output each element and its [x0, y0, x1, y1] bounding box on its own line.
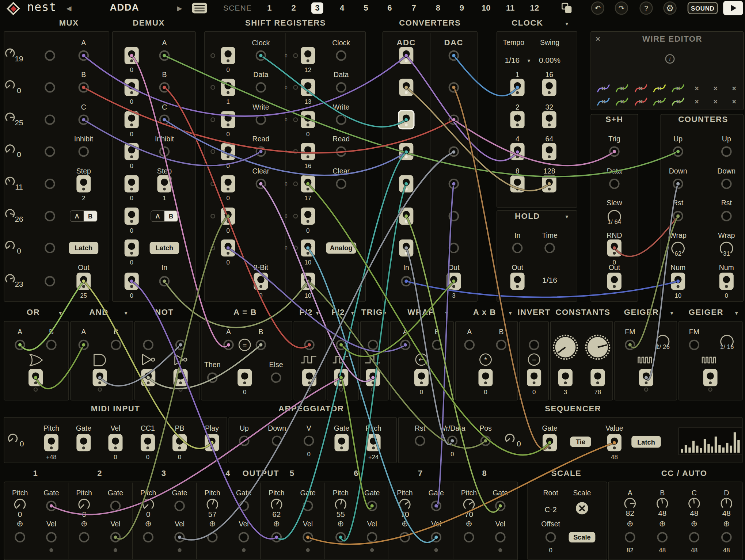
demux-output-port-1[interactable]	[125, 47, 139, 64]
arp-v-port[interactable]	[304, 435, 314, 446]
module-dropdown[interactable]: ▼	[350, 311, 355, 316]
adc-in-port[interactable]	[401, 276, 412, 287]
demux-output-port-8[interactable]	[125, 273, 139, 290]
seq-tie-button[interactable]: Tie	[570, 437, 591, 447]
out2-pitch-cv-port[interactable]	[79, 532, 90, 542]
demux-a-port[interactable]	[159, 50, 170, 61]
ab-option-a[interactable]: A	[70, 211, 83, 221]
mux-c-port[interactable]	[79, 114, 89, 125]
scene-tab-2[interactable]: 2	[288, 3, 300, 14]
redo-button[interactable]: ↷	[615, 1, 628, 15]
module-dropdown[interactable]: ▼	[58, 311, 63, 316]
mux-input-knob-6[interactable]	[4, 207, 16, 220]
counter1-num-port[interactable]	[671, 273, 685, 290]
mux-input-port-1[interactable]	[45, 50, 55, 61]
sr-analog-button[interactable]: Analog	[326, 242, 356, 254]
out8-pitch-knob[interactable]	[462, 497, 476, 511]
dac-port-4[interactable]	[449, 146, 459, 157]
sr-right-clear-port[interactable]	[336, 179, 346, 189]
axb-a-port[interactable]	[464, 340, 475, 350]
preset-next-icon[interactable]: ▶	[177, 4, 182, 12]
mux-latch-button[interactable]: Latch	[69, 242, 99, 254]
trig-out-port[interactable]	[366, 369, 380, 386]
adc-port-1[interactable]	[399, 47, 413, 64]
scene-tab-8[interactable]: 8	[432, 3, 444, 14]
arp-down-port[interactable]	[272, 435, 282, 446]
sr-left-out-port-4[interactable]	[221, 143, 235, 160]
sr-left-out-port-5[interactable]	[221, 175, 235, 193]
wrap-b-port[interactable]	[432, 340, 442, 350]
wrap-out-port[interactable]	[414, 369, 429, 386]
mux-a-port[interactable]	[79, 50, 89, 61]
sr-right-data-port[interactable]	[336, 82, 346, 93]
scene-tab-1[interactable]: 1	[263, 3, 275, 14]
wire-delete-button[interactable]: ×	[620, 98, 624, 106]
hold-dropdown[interactable]: ▼	[565, 214, 569, 219]
or-b-port[interactable]	[46, 340, 57, 350]
cc-b-knob[interactable]	[655, 496, 669, 511]
dac-port-7[interactable]	[449, 243, 459, 253]
out2-gate-port[interactable]	[110, 501, 121, 511]
wire-delete-button[interactable]: ×	[732, 84, 736, 92]
demux-b-port[interactable]	[159, 82, 170, 93]
constant2-out-port[interactable]	[590, 369, 605, 386]
scene-tab-9[interactable]: 9	[456, 3, 468, 14]
mux-input-port-6[interactable]	[45, 211, 55, 221]
sr-left-read-port[interactable]	[256, 146, 266, 157]
not1-out-port[interactable]	[141, 369, 155, 386]
f2a-in-port[interactable]	[304, 340, 315, 350]
geiger2-out-port[interactable]	[703, 369, 718, 386]
out8-gate-port[interactable]	[495, 501, 506, 511]
mux-input-knob-2[interactable]	[4, 79, 16, 91]
counter2-rst-port[interactable]	[721, 211, 732, 221]
play-button[interactable]	[723, 1, 743, 15]
out3-pitch-knob[interactable]	[141, 497, 155, 511]
mux-step-port[interactable]	[76, 175, 91, 193]
geiger1-out-port[interactable]	[639, 369, 653, 386]
out1-gate-port[interactable]	[46, 501, 57, 511]
constant1-out-port[interactable]	[558, 369, 573, 386]
counter2-up-port[interactable]	[721, 146, 732, 157]
demux-output-port-3[interactable]	[125, 111, 139, 128]
hold-out-port[interactable]	[510, 273, 525, 290]
mux-input-port-8[interactable]	[45, 276, 55, 287]
or-a-port[interactable]	[15, 340, 25, 350]
scale-offset-port[interactable]	[546, 532, 556, 542]
wire-delete-button[interactable]: ×	[695, 84, 699, 92]
axb-b-port[interactable]	[496, 340, 507, 350]
demux-output-port-2[interactable]	[125, 79, 139, 96]
adc-port-4[interactable]	[399, 143, 413, 160]
out2-vel-port[interactable]	[110, 532, 121, 542]
counter2-down-port[interactable]	[721, 179, 732, 189]
mux-input-knob-3[interactable]	[4, 111, 16, 123]
wire-delete-button[interactable]: ×	[657, 84, 661, 92]
wire-delete-button[interactable]: ×	[601, 98, 605, 106]
tempo-dropdown[interactable]: ▼	[527, 58, 531, 63]
or-out-port[interactable]	[28, 369, 43, 386]
sr-left-out-port-2[interactable]	[221, 79, 235, 96]
undo-button[interactable]: ↶	[591, 1, 604, 15]
counter1-up-port[interactable]	[673, 146, 683, 157]
cc-c-knob[interactable]	[687, 496, 701, 511]
f2b-in-port[interactable]	[336, 340, 346, 350]
dac-port-5[interactable]	[449, 179, 459, 189]
mux-input-knob-7[interactable]	[4, 239, 16, 252]
mux-input-port-2[interactable]	[45, 82, 55, 93]
mux-input-port-3[interactable]	[45, 114, 55, 125]
clock-div-port-128[interactable]	[542, 175, 556, 193]
clock-div-port-4[interactable]	[510, 143, 525, 160]
seq-rst-port[interactable]	[415, 435, 425, 446]
sr-left-out-port-3[interactable]	[221, 111, 235, 128]
seq-pos-port[interactable]	[480, 435, 491, 446]
mux-input-port-7[interactable]	[45, 243, 55, 253]
trig-in-port[interactable]	[368, 340, 378, 350]
demux-output-port-6[interactable]	[125, 207, 139, 225]
demux-inhibit-port[interactable]	[159, 146, 170, 157]
seq-value-port[interactable]	[607, 434, 622, 452]
settings-gear-icon[interactable]: ⚙	[663, 1, 676, 15]
invert-in-port[interactable]	[529, 340, 539, 350]
out4-vel-port[interactable]	[239, 532, 249, 542]
sr-right-analog-out-port[interactable]	[301, 273, 315, 290]
wire-delete-button[interactable]: ×	[713, 84, 717, 92]
sr-right-clock-port[interactable]	[336, 50, 346, 61]
